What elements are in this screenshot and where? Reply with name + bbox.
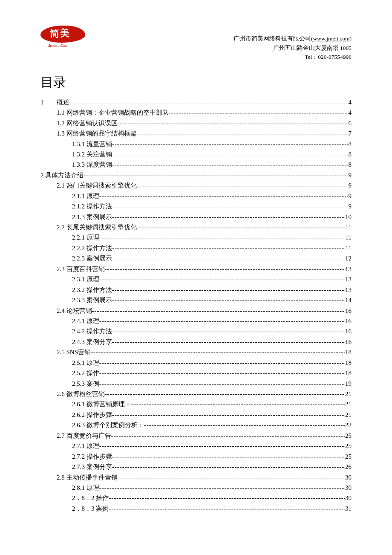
toc-label: 2.7.2 操作步骤 (72, 451, 112, 462)
toc-label: 2.6 微博粉丝营销 (57, 389, 105, 399)
toc-leader-dots (137, 180, 348, 191)
toc-leader-dots (112, 337, 345, 347)
toc-leader-dots (112, 139, 348, 149)
toc-leader-dots (84, 170, 348, 180)
toc-label: 2.5.1 原理 (72, 358, 99, 368)
toc-page: 16 (345, 316, 352, 326)
toc-leader-dots (112, 451, 345, 462)
toc-leader-dots (109, 493, 345, 503)
toc-page: 16 (345, 326, 352, 336)
toc-leader-dots (144, 420, 345, 430)
toc-label: 2 具体方法介绍 (40, 170, 84, 180)
toc-page: 11 (345, 232, 352, 243)
toc-entry: 2.8.1 原理 30 (40, 483, 352, 493)
toc-label: 2.8.1 原理 (72, 483, 99, 493)
company-name-post: ) (350, 35, 352, 42)
toc-leader-dots (99, 316, 345, 326)
toc-label: 2.3.3 案例展示 (72, 295, 112, 305)
toc-entry: 2.4.1 原理 16 (40, 316, 352, 326)
toc-entry: 1.3.1 流量营销 8 (40, 139, 352, 149)
toc-page: 18 (345, 347, 352, 357)
toc-label: 2.1 热门关键词搜索引擎优化 (57, 180, 137, 191)
toc-page: 21 (345, 399, 352, 409)
toc-label: 概述 (57, 97, 69, 107)
toc-leader-dots (99, 379, 345, 389)
toc-entry: 2.6 微博粉丝营销 21 (40, 389, 352, 399)
toc-entry: 2.8 主动传播事件营销 30 (40, 472, 352, 483)
page-header: 简美 Jmeii . Com 广州市简美网络科技有限公司(www.jmeii.c… (40, 26, 352, 62)
toc-leader-dots (99, 274, 345, 284)
toc-entry: 1.3.3 深度营销 8 (40, 159, 352, 170)
toc-page: 11 (345, 222, 352, 232)
toc-label: 2.4.3 案例分享 (72, 337, 112, 347)
toc-entry: 2.4.3 案例分享 16 (40, 337, 352, 347)
toc-page: 25 (345, 441, 352, 451)
toc-label: 1.3.1 流量营销 (72, 139, 112, 149)
toc-page: 21 (345, 389, 352, 399)
toc-page: 30 (345, 493, 352, 503)
toc-page: 8 (348, 159, 352, 170)
toc-entry: 1概述4 (40, 97, 352, 107)
toc-leader-dots (91, 347, 345, 357)
toc-entry: 2 具体方法介绍 9 (40, 170, 352, 180)
toc-entry: 2.2.1 原理 11 (40, 232, 352, 243)
toc-leader-dots (99, 232, 345, 243)
toc-page: 16 (345, 306, 352, 316)
toc-label: 2.2.1 原理 (72, 232, 99, 243)
toc-page: 30 (345, 472, 352, 483)
toc-leader-dots (69, 97, 348, 107)
toc-page: 13 (345, 274, 352, 284)
toc-page: 14 (345, 295, 352, 305)
toc-entry: 2.3.3 案例展示 14 (40, 295, 352, 305)
toc-entry: 2.1 热门关键词搜索引擎优化 9 (40, 180, 352, 191)
toc-entry: 1.2 网络营销认识误区 6 (40, 118, 352, 128)
toc-label: 2.7.3 案例分享 (72, 462, 112, 472)
toc-label: 2.8 主动传播事件营销 (57, 472, 118, 483)
company-line-2: 广州五山路金山大厦南塔 1005 (233, 43, 352, 53)
toc-label: 2.2.3 案例展示 (72, 253, 112, 263)
toc-label: 2.5.3 案例 (72, 379, 99, 389)
toc-label: 2．8．2 操作 (72, 493, 109, 503)
toc-label: 2.4 论坛营销 (57, 306, 92, 316)
company-name: 广州市简美网络科技有限公司( (233, 35, 313, 42)
toc-num: 1 (40, 97, 57, 107)
toc-entry: 1.1 网络营销：企业营销战略的空中部队 4 (40, 107, 352, 118)
toc-leader-dots (137, 128, 348, 139)
toc-page: 4 (348, 107, 352, 118)
toc-label: 2.4.2 操作方法 (72, 326, 112, 336)
toc-leader-dots (92, 306, 345, 316)
toc-page: 10 (345, 212, 352, 222)
toc-page: 13 (345, 285, 352, 295)
toc-entry: 2.6.1 微博营销原理：21 (40, 399, 352, 409)
toc-leader-dots (99, 441, 345, 451)
toc-label: 2．8．3 案例 (72, 503, 109, 514)
toc-entry: 2.1.1 原理 9 (40, 191, 352, 201)
toc-label: 2.1.3 案例展示 (72, 212, 112, 222)
toc-leader-dots (137, 222, 345, 232)
toc-page: 8 (348, 149, 352, 159)
toc-leader-dots (112, 253, 345, 263)
toc-label: 2.1.1 原理 (72, 191, 99, 201)
toc-label: 2.7.1 原理 (72, 441, 99, 451)
toc-label: 2.6.3 微博个别案例分析： (72, 420, 144, 430)
toc-leader-dots (112, 243, 345, 253)
toc-leader-dots (99, 483, 345, 493)
company-line-1: 广州市简美网络科技有限公司(www.jmeii.com) (233, 34, 352, 43)
toc-entry: 2.2.2 操作方法 11 (40, 243, 352, 253)
toc-entry: 2.3.1 原理 13 (40, 274, 352, 284)
toc-label: 2.3.2 操作方法 (72, 285, 112, 295)
toc-entry: 2.3.2 操作方法 13 (40, 285, 352, 295)
toc-entry: 2.1.2 操作方法 9 (40, 201, 352, 211)
toc-entry: 2.4 论坛营销 16 (40, 306, 352, 316)
toc-leader-dots (112, 410, 345, 420)
logo-subtext: Jmeii . Com (48, 43, 69, 48)
toc-leader-dots (112, 159, 348, 170)
company-link[interactable]: www.jmeii.com (313, 35, 349, 42)
toc-page: 18 (345, 368, 352, 378)
toc-leader-dots (118, 472, 345, 483)
toc-entry: 2.1.3 案例展示 10 (40, 212, 352, 222)
table-of-contents: 1概述41.1 网络营销：企业营销战略的空中部队 41.2 网络营销认识误区 6… (40, 97, 352, 514)
toc-label: 1.1 网络营销：企业营销战略的空中部队 (57, 107, 169, 118)
toc-label: 2.3 百度百科营销 (57, 264, 105, 274)
logo-brush-icon: 简美 (40, 25, 86, 43)
